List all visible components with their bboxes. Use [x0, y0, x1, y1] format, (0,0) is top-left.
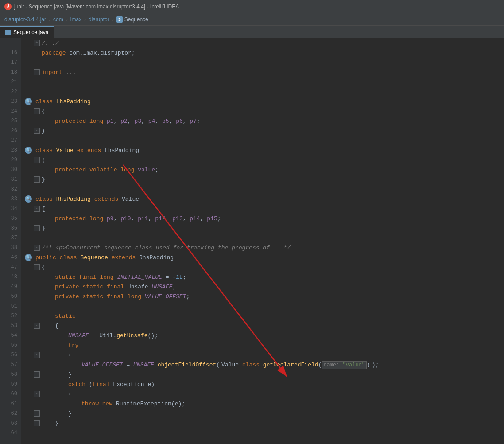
gutter-line: 48 — [0, 272, 21, 282]
code-line-34: - { — [25, 204, 504, 214]
bookmark-23: 🔍 — [25, 98, 32, 105]
fold-button-34[interactable]: - — [34, 206, 40, 212]
code-line-51 — [25, 301, 504, 311]
gutter-line: 23 — [0, 97, 21, 106]
fold-button-36[interactable]: - — [34, 225, 40, 231]
code-line-30: protected volatile long value; — [25, 165, 504, 175]
gutter-line: 59 — [0, 379, 21, 389]
gutter-line: 22 — [0, 87, 21, 97]
code-line-31: - } — [25, 175, 504, 184]
gutter-line: 33 — [0, 194, 21, 204]
code-area: + /.../ package com.lmax.disruptor; - im… — [21, 38, 504, 444]
gutter-line: 61 — [0, 399, 21, 409]
fold-button-63[interactable]: - — [34, 420, 40, 426]
gutter-line: 35 — [0, 214, 21, 223]
gutter-line: 18 — [0, 67, 21, 77]
code-line-52: static — [25, 311, 504, 321]
gutter-line: 31 — [0, 175, 21, 184]
code-line-64 — [25, 428, 504, 438]
gutter-line: 16 — [0, 48, 21, 58]
titlebar: J junit - Sequence.java [Maven: com.lmax… — [0, 0, 504, 13]
tabbar: Sequence.java — [0, 26, 504, 38]
code-line-49: private static final Unsafe UNSAFE; — [25, 282, 504, 292]
java-file-icon — [5, 30, 11, 35]
gutter-line: 54 — [0, 331, 21, 340]
gutter-line: 52 — [0, 311, 21, 321]
code-line-47: - { — [25, 262, 504, 272]
gutter-line: 64 — [0, 428, 21, 438]
code-line-18: - import ... — [25, 67, 504, 77]
fold-button-53[interactable]: - — [34, 323, 40, 329]
line-number-gutter: 16 17 18 21 22 23 24 25 26 27 28 29 30 3… — [0, 38, 21, 444]
gutter-line: 37 — [0, 233, 21, 243]
sequence-icon: S — [116, 16, 123, 23]
gutter-line: 46 — [0, 253, 21, 262]
gutter-line: 17 — [0, 58, 21, 67]
gutter-line: 51 — [0, 301, 21, 311]
code-line-46: 🔍 public class Sequence extends RhsPaddi… — [25, 253, 504, 262]
breadcrumb-sequence[interactable]: Sequence — [124, 16, 148, 23]
code-line-17 — [25, 58, 504, 67]
fold-button-56[interactable]: - — [34, 352, 40, 358]
gutter-line: 34 — [0, 204, 21, 214]
gutter-line: 36 — [0, 223, 21, 233]
breadcrumb-com[interactable]: com — [53, 16, 63, 23]
code-line-36: - } — [25, 223, 504, 233]
fold-button-58[interactable]: - — [34, 371, 40, 378]
code-line-38: - /** <p>Concurrent sequence class used … — [25, 243, 504, 253]
code-line-37 — [25, 233, 504, 243]
gutter-line: 56 — [0, 350, 21, 360]
gutter-line: 49 — [0, 282, 21, 292]
code-line-57: VALUE_OFFSET = UNSAFE.objectFieldOffset(… — [25, 360, 504, 370]
fold-button-26[interactable]: - — [34, 128, 40, 134]
fold-button-38[interactable]: - — [34, 245, 40, 251]
code-line-63: - } — [25, 418, 504, 428]
tab-sequence-java[interactable]: Sequence.java — [0, 26, 54, 38]
code-line-24: - { — [25, 106, 504, 116]
code-line-dots: + /.../ — [25, 38, 504, 48]
breadcrumb-lmax[interactable]: lmax — [70, 16, 81, 23]
code-line-25: protected long p1, p2, p3, p4, p5, p6, p… — [25, 116, 504, 126]
code-line-27 — [25, 136, 504, 145]
fold-button-import[interactable]: - — [34, 69, 40, 75]
fold-button-31[interactable]: - — [34, 176, 40, 183]
code-line-53: - { — [25, 321, 504, 331]
code-line-59: catch (final Exception e) — [25, 379, 504, 389]
window-title: junit - Sequence.java [Maven: com.lmax:d… — [14, 4, 179, 10]
code-line-35: protected long p9, p10, p11, p12, p13, p… — [25, 214, 504, 223]
gutter-line: 60 — [0, 389, 21, 399]
code-line-61: throw new RuntimeException(e); — [25, 399, 504, 409]
gutter-line: 30 — [0, 165, 21, 175]
bookmark-28: 🔍 — [25, 147, 32, 154]
code-line-50: private static final long VALUE_OFFSET; — [25, 292, 504, 301]
fold-button-24[interactable]: - — [34, 108, 40, 114]
gutter-line: 50 — [0, 292, 21, 301]
code-line-33: 🔍 class RhsPadding extends Value — [25, 194, 504, 204]
code-line-55: try — [25, 340, 504, 350]
gutter-line: 26 — [0, 126, 21, 136]
gutter-line: 62 — [0, 409, 21, 418]
code-line-29: - { — [25, 155, 504, 165]
gutter-line: 47 — [0, 262, 21, 272]
fold-button-29[interactable]: - — [34, 157, 40, 163]
breadcrumb-disruptor[interactable]: disruptor — [89, 16, 109, 23]
code-line-54: UNSAFE = Util.getUnsafe(); — [25, 331, 504, 340]
gutter-line: 21 — [0, 77, 21, 87]
fold-button-62[interactable]: - — [34, 410, 40, 417]
gutter-line: 58 — [0, 370, 21, 379]
gutter-line: 28 — [0, 145, 21, 155]
gutter-line: 29 — [0, 155, 21, 165]
code-line-23: 🔍 class LhsPadding — [25, 97, 504, 106]
code-line-16: package com.lmax.disruptor; — [25, 48, 504, 58]
code-line-26: - } — [25, 126, 504, 136]
breadcrumb-jar[interactable]: disruptor-3.4.4.jar — [4, 16, 46, 23]
fold-button-47[interactable]: - — [34, 264, 40, 270]
code-line-62: - } — [25, 409, 504, 418]
fold-button-60[interactable]: - — [34, 391, 40, 397]
gutter-line: 63 — [0, 418, 21, 428]
gutter-line: 53 — [0, 321, 21, 331]
code-line-28: 🔍 class Value extends LhsPadding — [25, 145, 504, 155]
bookmark-33: 🔍 — [25, 195, 32, 203]
app-icon: J — [4, 3, 12, 10]
fold-button[interactable]: + — [34, 40, 40, 46]
